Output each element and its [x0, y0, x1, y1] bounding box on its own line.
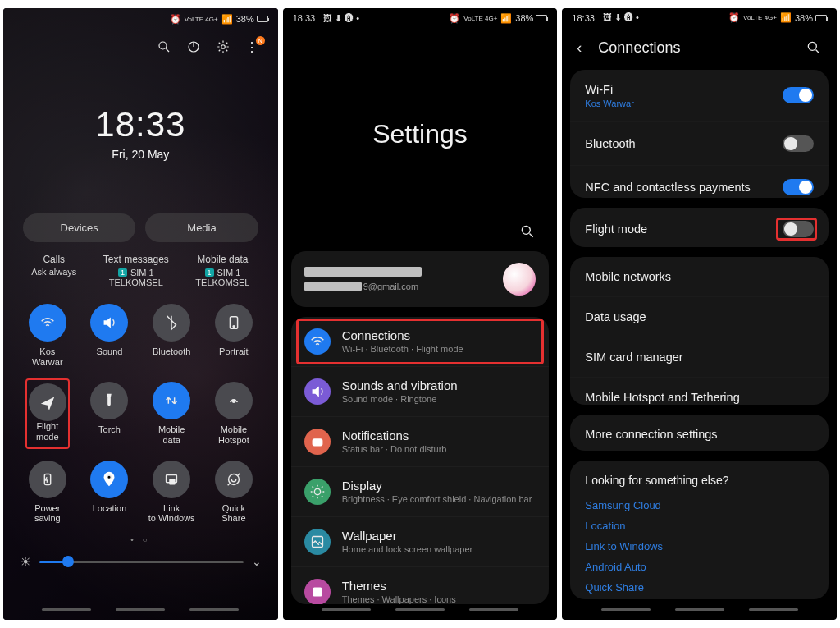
portrait-icon — [215, 304, 253, 342]
clock-date: Fri, 20 May — [3, 148, 278, 161]
conn-row-sim-card-manager[interactable]: SIM card manager — [570, 337, 829, 377]
sound-icon — [304, 378, 331, 405]
qs-tile-wifi[interactable]: KosWarwar — [16, 304, 79, 367]
flight-mode-card: Flight mode — [570, 208, 829, 247]
qs-tile-mdata[interactable]: Mobiledata — [140, 382, 203, 445]
toggle[interactable] — [783, 179, 814, 195]
conn-row-wi-fi[interactable]: Wi-FiKos Warwar — [570, 70, 829, 121]
qs-tile-loc[interactable]: Location — [79, 461, 141, 524]
svg-point-2 — [221, 45, 225, 49]
page-title: Connections — [598, 39, 789, 57]
alarm-icon: ⏰ — [170, 14, 181, 25]
qs-tile-psave[interactable]: Powersaving — [16, 461, 79, 524]
theme-icon — [304, 579, 331, 604]
settings-row-wallpaper[interactable]: WallpaperHome and lock screen wallpaper — [291, 516, 550, 566]
mdata-icon — [153, 382, 190, 419]
settings-row-connections[interactable]: ConnectionsWi-Fi · Bluetooth · Flight mo… — [291, 317, 550, 366]
qs-tile-hotspot[interactable]: MobileHotspot — [203, 382, 265, 445]
search-icon[interactable] — [806, 39, 822, 56]
wifi-icon — [29, 304, 66, 342]
svg-rect-15 — [313, 587, 322, 596]
more-icon[interactable]: ⋮N — [245, 39, 260, 54]
battery-indicator: 38% — [236, 14, 268, 24]
qs-tile-qshare[interactable]: QuickShare — [203, 461, 265, 524]
svg-rect-12 — [312, 438, 322, 446]
phone-quick-panel: ⏰ VoLTE 4G+ 📶 38% ⋮N 18:33 Fri, 20 May D… — [3, 8, 278, 620]
qs-tile-torch[interactable]: Torch — [79, 382, 141, 445]
qs-tile-label: Mobiledata — [158, 424, 185, 445]
qs-tile-label: MobileHotspot — [218, 424, 249, 445]
devices-button[interactable]: Devices — [23, 213, 135, 242]
calls-setting[interactable]: Calls Ask always — [31, 254, 76, 287]
texts-setting[interactable]: Text messages 1SIM 1 TELKOMSEL — [103, 254, 169, 287]
search-icon[interactable] — [519, 223, 536, 240]
connections-group-2: Mobile networksData usageSIM card manage… — [570, 257, 829, 405]
conn-row-data-usage[interactable]: Data usage — [570, 296, 829, 337]
signal-indicator: VoLTE 4G+ — [185, 16, 218, 23]
back-icon[interactable]: ‹ — [577, 39, 582, 57]
status-bar: 18:33 🖼 ⬇ 🅐 • ⏰ VoLTE 4G+ 📶 38% — [283, 8, 558, 29]
plane-icon — [29, 383, 66, 421]
qs-tile-label: Torch — [98, 424, 121, 435]
mobile-data-setting[interactable]: Mobile data 1SIM 1 TELKOMSEL — [195, 254, 249, 287]
media-button[interactable]: Media — [145, 213, 258, 242]
looking-for-card: Looking for something else? Samsung Clou… — [570, 461, 829, 599]
svg-point-0 — [159, 42, 167, 49]
sim-settings-row: Calls Ask always Text messages 1SIM 1 TE… — [3, 254, 278, 287]
flight-mode-row[interactable]: Flight mode — [570, 208, 829, 247]
settings-row-themes[interactable]: ThemesThemes · Wallpapers · Icons — [291, 566, 550, 604]
power-icon[interactable] — [186, 39, 201, 54]
avatar — [503, 263, 536, 296]
chevron-down-icon[interactable]: ⌄ — [252, 555, 262, 568]
hotspot-icon — [215, 382, 253, 419]
gesture-bar — [3, 603, 278, 620]
qs-tile-link[interactable]: Linkto Windows — [140, 461, 203, 524]
gear-icon[interactable] — [216, 39, 231, 54]
account-card[interactable]: 9@gmail.com — [291, 251, 550, 307]
sun-icon: ☀ — [20, 554, 31, 570]
qs-tile-bt[interactable]: Bluetooth — [140, 304, 203, 367]
svg-point-10 — [228, 474, 239, 484]
gesture-bar — [562, 604, 837, 620]
bt-icon — [153, 304, 190, 342]
clock: 18:33 Fri, 20 May — [3, 105, 278, 161]
more-connection-settings[interactable]: More connection settings — [570, 415, 829, 451]
clock-time: 18:33 — [3, 105, 278, 144]
svg-point-16 — [808, 43, 816, 51]
qs-tile-portrait[interactable]: Portrait — [203, 304, 265, 367]
link-android-auto[interactable]: Android Auto — [585, 557, 814, 577]
settings-row-display[interactable]: DisplayBrightness · Eye comfort shield ·… — [291, 466, 550, 516]
qs-tile-sound[interactable]: Sound — [79, 304, 141, 367]
qs-tile-label: Sound — [97, 346, 123, 357]
torch-icon — [90, 382, 128, 419]
svg-point-13 — [314, 488, 320, 494]
loc-icon — [90, 461, 128, 498]
conn-row-nfc-and-contactless-payments[interactable]: NFC and contactless payments — [570, 165, 829, 198]
flight-mode-toggle[interactable] — [783, 221, 814, 237]
settings-title: Settings — [283, 119, 558, 149]
account-name-redacted — [304, 267, 422, 277]
conn-row-mobile-hotspot-and-tethering[interactable]: Mobile Hotspot and Tethering — [570, 377, 829, 405]
link-link-to-windows[interactable]: Link to Windows — [585, 536, 814, 557]
settings-row-sounds-and-vibration[interactable]: Sounds and vibrationSound mode · Rington… — [291, 366, 550, 416]
qs-tile-label: Location — [93, 503, 127, 514]
link-location[interactable]: Location — [585, 516, 814, 536]
conn-row-bluetooth[interactable]: Bluetooth — [570, 121, 829, 165]
conn-row-mobile-networks[interactable]: Mobile networks — [570, 257, 829, 296]
toggle[interactable] — [783, 87, 814, 103]
link-quick-share[interactable]: Quick Share — [585, 577, 814, 598]
status-bar: 18:33 🖼 ⬇ 🅐 • ⏰VoLTE 4G+📶 38% — [562, 8, 837, 28]
qshare-icon — [215, 461, 253, 498]
brightness-slider[interactable]: ☀ ⌄ — [3, 544, 278, 573]
qs-tile-label: Bluetooth — [153, 346, 190, 357]
notif-icon — [304, 429, 331, 455]
qs-tile-plane[interactable]: Flightmode — [16, 382, 79, 445]
gesture-bar — [283, 604, 558, 620]
settings-row-notifications[interactable]: NotificationsStatus bar · Do not disturb — [291, 416, 550, 466]
qs-tile-label: QuickShare — [221, 503, 245, 524]
toggle[interactable] — [783, 135, 814, 152]
search-icon[interactable] — [157, 39, 171, 54]
psave-icon — [29, 461, 66, 498]
display-icon — [304, 479, 331, 505]
link-samsung-cloud[interactable]: Samsung Cloud — [585, 495, 814, 516]
